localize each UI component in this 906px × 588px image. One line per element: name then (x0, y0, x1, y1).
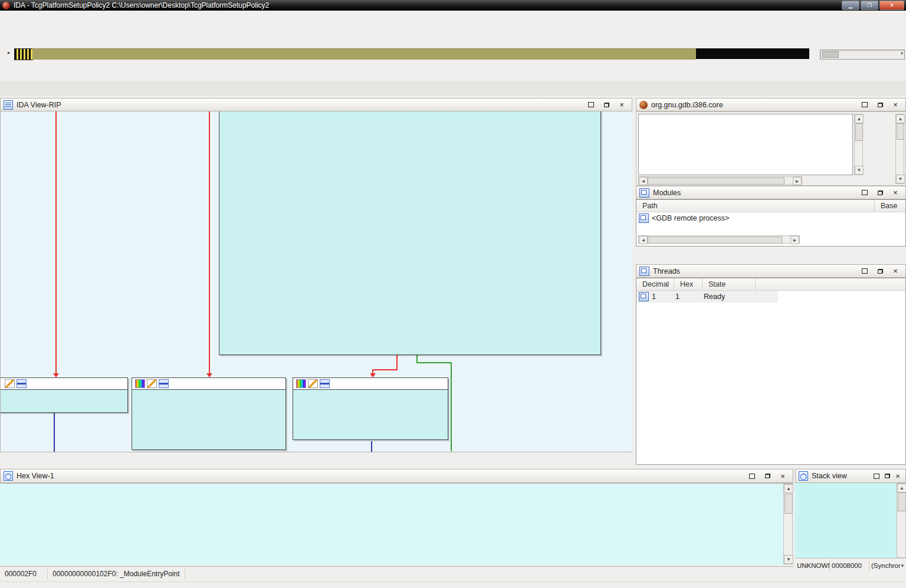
scroll-thumb[interactable] (648, 178, 784, 185)
title-bar[interactable]: IDA - TcgPlatformSetupPolicy2 C:\Users\o… (0, 0, 906, 11)
scroll-up-icon[interactable]: ▲ (896, 114, 905, 123)
node-group-icon[interactable] (320, 379, 330, 388)
hex-view-close-button[interactable]: × (779, 472, 786, 479)
scroll-left-icon[interactable]: ◄ (639, 236, 648, 244)
navband-marker-icon: ▸ (8, 50, 11, 55)
modules-maximize-button[interactable] (861, 189, 868, 196)
stack-status-sync: (Synchror (869, 561, 900, 571)
graph-edge-blue-a (54, 413, 55, 452)
scroll-thumb[interactable] (897, 123, 904, 140)
module-row[interactable]: <GDB remote process> (636, 212, 905, 224)
flags-vscrollbar[interactable]: ▲ ▼ (895, 114, 904, 184)
modules-column-path[interactable]: Path (636, 200, 875, 212)
register-list[interactable] (638, 114, 853, 175)
ida-view-close-button[interactable]: × (618, 101, 625, 109)
stack-list[interactable] (795, 483, 897, 558)
threads-maximize-button[interactable] (861, 268, 868, 275)
threads-panel-title[interactable]: Threads × (636, 264, 906, 278)
navband-current-position[interactable] (14, 48, 33, 60)
close-button[interactable]: ✕ (879, 1, 904, 10)
basic-block-b[interactable] (132, 377, 286, 450)
registers-hscrollbar[interactable]: ◄ ► (638, 176, 802, 185)
node-edit-icon[interactable] (308, 379, 318, 388)
node-color-icon[interactable] (296, 379, 306, 388)
registers-vscrollbar[interactable]: ▲ ▼ (854, 114, 863, 175)
scroll-down-icon[interactable]: ▼ (855, 166, 864, 175)
node-group-icon[interactable] (17, 379, 27, 388)
ida-view-icon (4, 100, 13, 110)
hex-view-restore-button[interactable] (764, 472, 771, 479)
navband-slider-arrow-icon: ▾ (901, 51, 903, 56)
threads-column-hex[interactable]: Hex (674, 278, 703, 290)
threads-restore-button[interactable] (877, 268, 884, 275)
scroll-left-icon[interactable]: ◄ (639, 177, 648, 185)
scroll-down-icon[interactable]: ▼ (896, 175, 905, 183)
graph-status-bar (0, 452, 632, 465)
hex-view-title: Hex View-1 (17, 472, 54, 480)
modules-panel-title[interactable]: Modules × (636, 186, 906, 199)
ida-view-maximize-button[interactable] (587, 101, 595, 109)
minimize-button[interactable]: ▁ (842, 1, 859, 10)
stack-view-title: Stack view (812, 472, 847, 480)
stack-status-state: UNKNOWN (795, 561, 830, 571)
stack-view-panel-title[interactable]: ◯ Stack view × (795, 469, 906, 483)
hex-vscrollbar[interactable]: ▲ ▼ (783, 484, 793, 564)
thread-state: Ready (704, 293, 725, 301)
registers-maximize-button[interactable] (861, 101, 868, 109)
modules-column-base[interactable]: Base (875, 200, 905, 212)
graph-view[interactable] (0, 111, 632, 452)
modules-restore-button[interactable] (877, 189, 884, 196)
ida-view-panel-title[interactable]: IDA View-RIP × (0, 98, 632, 111)
thread-row[interactable]: 1 1 Ready (636, 291, 778, 303)
scroll-right-icon[interactable]: ► (793, 177, 802, 185)
scroll-thumb[interactable] (855, 123, 863, 141)
stack-maximize-button[interactable] (873, 472, 880, 479)
threads-close-button[interactable]: × (892, 268, 899, 275)
threads-icon (639, 267, 649, 276)
node-edit-icon[interactable] (5, 379, 15, 388)
stack-status-base: 00008000 (830, 561, 869, 571)
hex-view-maximize-button[interactable] (749, 472, 756, 479)
scroll-up-icon[interactable]: ▲ (897, 484, 906, 492)
hex-view-panel-title[interactable]: ◯ Hex View-1 × (0, 469, 793, 483)
stack-vscrollbar[interactable]: ▲ (897, 483, 906, 558)
graph-edge-green-3 (451, 362, 452, 451)
ida-view-restore-button[interactable] (603, 101, 610, 109)
modules-close-button[interactable]: × (892, 189, 899, 196)
stack-close-button[interactable]: × (894, 472, 901, 479)
toolbar (0, 28, 906, 47)
threads-column-state[interactable]: State (703, 278, 756, 290)
scroll-down-icon[interactable]: ▼ (784, 555, 793, 564)
scroll-thumb[interactable] (898, 492, 906, 511)
hex-dump[interactable] (0, 483, 793, 565)
scroll-thumb[interactable] (784, 494, 793, 514)
stack-status-down-icon[interactable]: ▼ (900, 563, 906, 569)
node-edit-icon[interactable] (147, 379, 157, 388)
scroll-up-icon[interactable]: ▲ (855, 114, 864, 123)
hex-status-address: 00000000000102F0: _ModuleEntryPoint (48, 569, 185, 579)
basic-block-c[interactable] (293, 377, 448, 440)
graph-edge-red-mid (209, 111, 210, 373)
basic-block-a[interactable] (0, 377, 128, 413)
node-color-icon[interactable] (135, 379, 145, 388)
stack-restore-button[interactable] (884, 472, 891, 479)
modules-hscrollbar[interactable]: ◄ ► (638, 235, 800, 244)
navigation-band[interactable] (32, 48, 696, 60)
navband-slider-thumb[interactable] (822, 51, 839, 58)
maximize-button[interactable]: ❐ (861, 1, 878, 10)
registers-panel-title[interactable]: org.gnu.gdb.i386.core × (636, 98, 906, 111)
thread-icon (639, 292, 649, 301)
graph-edge-green-2 (416, 362, 452, 363)
block-title-bar (0, 378, 127, 390)
threads-column-decimal[interactable]: Decimal (636, 278, 674, 290)
scroll-thumb[interactable] (648, 236, 782, 244)
flags-list[interactable] (866, 114, 893, 184)
registers-close-button[interactable]: × (892, 101, 899, 109)
registers-restore-button[interactable] (877, 101, 884, 109)
scroll-right-icon[interactable]: ► (790, 236, 799, 244)
node-group-icon[interactable] (159, 379, 169, 388)
navband-zoom-slider[interactable]: ▾ (820, 50, 905, 60)
navband-black-segment[interactable] (696, 48, 809, 59)
scroll-up-icon[interactable]: ▲ (784, 484, 793, 493)
basic-block-main[interactable] (219, 111, 601, 355)
